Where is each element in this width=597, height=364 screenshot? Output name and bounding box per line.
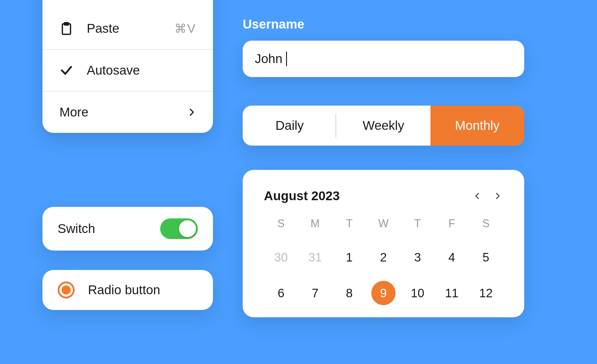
calendar-day[interactable]: 1 [337,245,361,269]
calendar-title: August 2023 [264,189,340,203]
paste-icon [59,22,87,35]
calendar-dow: T [332,217,366,234]
switch-toggle[interactable] [160,218,198,239]
calendar-day[interactable]: 30 [269,245,293,269]
calendar-dow: F [435,217,469,234]
chevron-right-icon [187,108,196,117]
segment-daily[interactable]: Daily [243,106,336,146]
radio-label: Radio button [88,283,160,297]
calendar-nav [472,190,503,201]
calendar-header: August 2023 [264,189,503,203]
calendar-dow: W [366,217,401,234]
calendar-dow: M [298,217,332,234]
chevron-right-icon [494,192,501,200]
menu-item-more-label: More [59,105,187,120]
radio-dot [62,285,71,295]
menu-item-autosave-label: Autosave [87,63,196,78]
switch-knob [179,220,196,237]
segment-weekly[interactable]: Weekly [336,106,430,146]
calendar-day[interactable]: 9 [371,281,396,305]
segmented-control: Daily Weekly Monthly [243,106,524,146]
menu-item-autosave[interactable]: Autosave [42,50,213,92]
calendar-day[interactable]: 12 [474,281,498,305]
chevron-left-icon [474,192,481,200]
calendar-dow: S [469,217,503,234]
menu-item-more[interactable]: More [42,92,213,133]
check-icon [59,63,87,77]
calendar-dow: T [400,217,435,234]
calendar-dow: S [264,217,298,234]
calendar-day[interactable]: 7 [303,281,327,305]
calendar-day[interactable]: 10 [406,281,430,305]
context-menu: Copy ⌘C Paste ⌘V Autosave More [42,0,213,133]
calendar-day[interactable]: 3 [406,245,430,269]
calendar-day[interactable]: 6 [269,281,293,305]
segment-monthly-label: Monthly [455,118,500,133]
calendar-day[interactable]: 2 [371,245,396,269]
svg-rect-2 [64,23,68,25]
menu-item-paste-label: Paste [87,21,174,36]
segment-monthly[interactable]: Monthly [430,106,524,146]
calendar-day[interactable]: 5 [474,245,498,269]
switch-label: Switch [58,221,95,236]
calendar-day[interactable]: 8 [337,281,361,305]
segment-daily-label: Daily [275,118,304,133]
menu-item-copy[interactable]: Copy ⌘C [42,0,213,8]
radio-button[interactable] [58,281,75,298]
calendar-grid: SMTWTFS3031123456789101112 [264,217,503,305]
calendar-prev-button[interactable] [472,190,483,201]
username-value: John [255,52,282,66]
username-label: Username [243,17,304,32]
calendar: August 2023 SMTWTFS3031123456789101112 [243,170,524,317]
calendar-day[interactable]: 4 [440,245,464,269]
switch-row: Switch [42,207,213,251]
calendar-day[interactable]: 31 [303,245,327,269]
text-cursor [286,52,287,66]
menu-item-paste-shortcut: ⌘V [174,22,196,35]
segment-weekly-label: Weekly [363,118,404,133]
menu-item-paste[interactable]: Paste ⌘V [42,8,213,50]
calendar-day[interactable]: 11 [440,281,464,305]
radio-row: Radio button [42,270,213,310]
calendar-next-button[interactable] [492,190,503,201]
username-input[interactable]: John [243,41,524,77]
